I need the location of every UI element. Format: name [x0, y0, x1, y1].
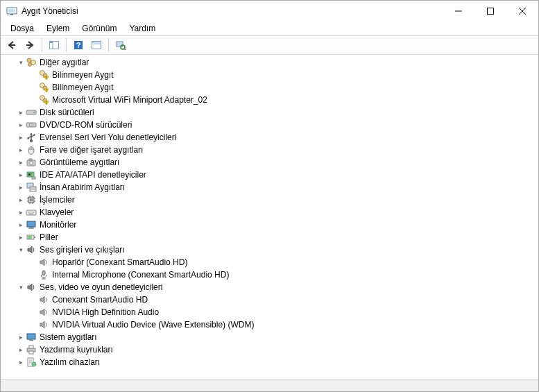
warning-device-icon: !	[38, 82, 49, 93]
expand-arrow-icon[interactable]: ▸	[16, 171, 26, 178]
device-nvidia-virtual[interactable]: ▸ NVIDIA Virtual Audio Device (Wave Exte…	[2, 318, 538, 331]
optical-drive-icon	[26, 119, 37, 130]
expand-arrow-icon[interactable]: ▸	[16, 334, 26, 341]
close-button[interactable]	[506, 1, 538, 22]
tree-label: Klavyeler	[40, 207, 74, 217]
software-device-icon	[26, 357, 37, 368]
window-title: Aygıt Yöneticisi	[22, 6, 443, 16]
svg-point-39	[30, 139, 33, 142]
svg-rect-49	[29, 159, 32, 160]
menu-action[interactable]: Eylem	[41, 22, 75, 35]
tree-label: İşlemciler	[40, 195, 75, 205]
svg-rect-58	[30, 198, 33, 201]
category-imaging[interactable]: ▸ Görüntüleme aygıtları	[2, 156, 538, 169]
content-area: ▾ Diğer aygıtlar ▸ ! Bilinmeyen Aygıt ▸ …	[1, 55, 538, 379]
tree-label: Ses girişleri ve çıkışları	[40, 245, 125, 255]
device-tree[interactable]: ▾ Diğer aygıtlar ▸ ! Bilinmeyen Aygıt ▸ …	[1, 55, 538, 379]
minimize-button[interactable]	[443, 1, 474, 22]
menu-view[interactable]: Görünüm	[76, 22, 122, 35]
expand-arrow-icon[interactable]: ▸	[16, 209, 26, 216]
category-batteries[interactable]: ▸ Piller	[2, 231, 538, 244]
category-monitors[interactable]: ▸ Monitörler	[2, 219, 538, 231]
category-processors[interactable]: ▸ İşlemciler	[2, 194, 538, 206]
svg-rect-4	[488, 8, 494, 15]
category-print-queues[interactable]: ▸ Yazdırma kuyrukları	[2, 343, 538, 356]
printer-icon	[26, 344, 37, 355]
collapse-arrow-icon[interactable]: ▾	[16, 246, 26, 253]
svg-line-20	[124, 49, 126, 50]
expand-arrow-icon[interactable]: ▸	[16, 159, 26, 166]
device-conexant[interactable]: ▸ Conexant SmartAudio HD	[2, 293, 538, 306]
svg-rect-71	[33, 212, 35, 213]
menu-file[interactable]: Dosya	[5, 22, 40, 35]
category-software-devices[interactable]: ▸ Yazılım cihazları	[2, 356, 538, 368]
svg-rect-72	[28, 214, 33, 215]
app-icon	[6, 6, 17, 17]
expand-arrow-icon[interactable]: ▸	[16, 359, 26, 366]
svg-point-21	[27, 58, 31, 62]
category-keyboards[interactable]: ▸ Klavyeler	[2, 206, 538, 219]
computer-icon	[26, 332, 37, 343]
svg-rect-82	[27, 334, 35, 339]
show-hide-tree-button[interactable]	[46, 37, 62, 53]
tree-label: Yazılım cihazları	[40, 357, 100, 367]
tree-label: Ses, video ve oyun denetleyicileri	[40, 282, 162, 292]
category-system-devices[interactable]: ▸ Sistem aygıtları	[2, 331, 538, 343]
svg-point-48	[30, 162, 33, 165]
category-other-devices[interactable]: ▾ Diğer aygıtlar	[2, 56, 538, 69]
cpu-icon	[26, 194, 37, 205]
scan-hardware-button[interactable]	[112, 37, 129, 53]
mouse-icon	[26, 144, 37, 155]
disk-drive-icon	[26, 107, 37, 118]
expand-arrow-icon[interactable]: ▸	[16, 196, 26, 203]
warning-device-icon: !	[38, 94, 49, 105]
menu-help[interactable]: Yardım	[123, 22, 161, 35]
back-button[interactable]	[3, 37, 20, 53]
expand-arrow-icon[interactable]: ▸	[16, 221, 26, 228]
tree-label: Internal Microphone (Conexant SmartAudio…	[52, 270, 229, 280]
category-mice[interactable]: ▸ Fare ve diğer işaret aygıtları	[2, 144, 538, 156]
tree-label: Piller	[40, 232, 58, 242]
category-disk-drives[interactable]: ▸ Disk sürücüleri	[2, 106, 538, 119]
collapse-arrow-icon[interactable]: ▾	[16, 59, 26, 66]
expand-arrow-icon[interactable]: ▸	[16, 109, 26, 116]
svg-point-43	[33, 134, 35, 136]
expand-arrow-icon[interactable]: ▸	[16, 146, 26, 153]
device-unknown-2[interactable]: ▸ ! Bilinmeyen Aygıt	[2, 81, 538, 94]
category-dvd-cd[interactable]: ▸ DVD/CD-ROM sürücüleri	[2, 119, 538, 131]
device-nvidia-hda[interactable]: ▸ NVIDIA High Definition Audio	[2, 306, 538, 318]
titlebar: Aygıt Yöneticisi	[1, 1, 538, 22]
properties-button[interactable]	[88, 37, 105, 53]
tree-label: Microsoft Virtual WiFi Miniport Adapter_…	[52, 95, 207, 105]
category-sound-video-game[interactable]: ▾ Ses, video ve oyun denetleyicileri	[2, 281, 538, 293]
maximize-button[interactable]	[474, 1, 506, 22]
category-hid[interactable]: ▸ İnsan Arabirim Aygıtları	[2, 181, 538, 194]
expand-arrow-icon[interactable]: ▸	[16, 184, 26, 191]
expand-arrow-icon[interactable]: ▸	[16, 234, 26, 241]
category-usb-controllers[interactable]: ▸ Evrensel Seri Veri Yolu denetleyiciler…	[2, 131, 538, 144]
expand-arrow-icon[interactable]: ▸	[16, 134, 26, 141]
svg-rect-16	[92, 42, 101, 44]
expand-arrow-icon[interactable]: ▸	[16, 121, 26, 128]
svg-rect-77	[34, 237, 35, 238]
device-speaker[interactable]: ▸ Hoparlör (Conexant SmartAudio HD)	[2, 256, 538, 269]
help-button[interactable]: ?	[70, 37, 87, 53]
tree-label: Evrensel Seri Veri Yolu denetleyicileri	[40, 133, 176, 142]
category-ide-atapi[interactable]: ▸ IDE ATA/ATAPI denetleyiciler	[2, 169, 538, 181]
device-internal-mic[interactable]: ▸ Internal Microphone (Conexant SmartAud…	[2, 269, 538, 281]
expand-arrow-icon[interactable]: ▸	[16, 346, 26, 353]
forward-button[interactable]	[22, 37, 38, 53]
other-devices-icon	[26, 57, 37, 68]
tree-label: Sistem aygıtları	[40, 332, 97, 342]
device-unknown-1[interactable]: ▸ ! Bilinmeyen Aygıt	[2, 69, 538, 81]
collapse-arrow-icon[interactable]: ▾	[16, 284, 26, 291]
speaker-icon	[26, 282, 37, 293]
category-audio-io[interactable]: ▾ Ses girişleri ve çıkışları	[2, 244, 538, 256]
toolbar-separator	[66, 38, 67, 52]
svg-rect-85	[29, 346, 33, 348]
svg-point-91	[32, 362, 36, 366]
menubar: Dosya Eylem Görünüm Yardım	[1, 22, 538, 35]
svg-rect-52	[32, 177, 35, 179]
device-ms-virtual-wifi[interactable]: ▸ ! Microsoft Virtual WiFi Miniport Adap…	[2, 94, 538, 106]
camera-icon	[26, 157, 37, 168]
